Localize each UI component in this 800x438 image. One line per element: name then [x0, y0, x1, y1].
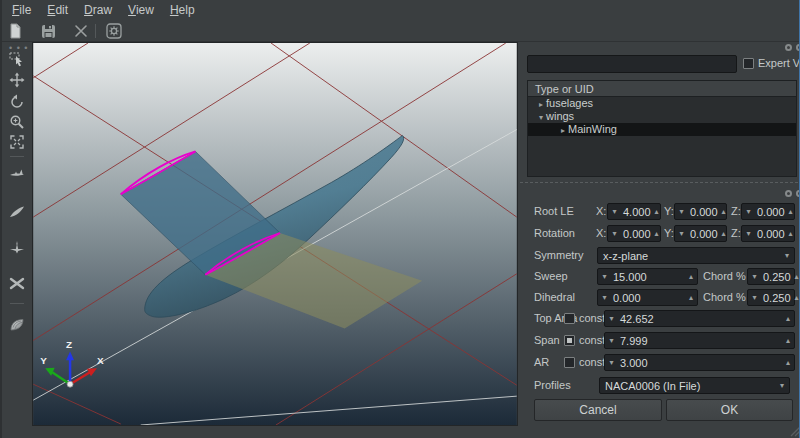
- spin-up-icon[interactable]: ▴: [685, 293, 697, 302]
- spin-down-icon[interactable]: ▾: [605, 336, 618, 345]
- rotation-y-spinbox[interactable]: ▾ 0.000 ▴: [674, 225, 727, 242]
- tree-item-mainwing[interactable]: ▸MainWing: [528, 123, 796, 136]
- profiles-combobox[interactable]: NACA0006 (In File) ▾: [599, 377, 790, 394]
- top-area-spinbox[interactable]: ▾ 42.652 ▴: [604, 310, 795, 327]
- spin-down-icon[interactable]: ▾: [675, 229, 688, 238]
- root-le-z-spinbox[interactable]: ▾ 0.000 ▴: [741, 203, 795, 220]
- spin-value[interactable]: 0.000: [611, 292, 685, 304]
- spin-down-icon[interactable]: ▾: [605, 314, 618, 323]
- dihedral-chord-label: Chord %: [703, 289, 746, 306]
- sweep-spinbox[interactable]: ▾ 15.000 ▴: [597, 268, 698, 285]
- menu-help[interactable]: Help: [162, 1, 203, 19]
- spin-down-icon[interactable]: ▾: [605, 358, 618, 367]
- combo-arrow-icon[interactable]: ▾: [780, 251, 794, 260]
- spin-value[interactable]: 7.999: [618, 335, 782, 347]
- search-input[interactable]: [527, 55, 737, 73]
- spin-down-icon[interactable]: ▾: [748, 272, 761, 281]
- view-front-button[interactable]: [9, 239, 25, 255]
- ok-button[interactable]: OK: [666, 399, 793, 421]
- menu-file[interactable]: File: [4, 1, 39, 19]
- spin-value[interactable]: 15.000: [611, 271, 685, 283]
- menu-draw[interactable]: Draw: [76, 1, 120, 19]
- combo-value: NACA0006 (In File): [600, 380, 775, 392]
- tree-item-wings[interactable]: ▾wings: [528, 110, 796, 123]
- settings-button[interactable]: [105, 22, 123, 40]
- cancel-button[interactable]: Cancel: [534, 399, 662, 421]
- spin-down-icon[interactable]: ▾: [608, 229, 621, 238]
- tree-item-fuselages[interactable]: ▸fuselages: [528, 97, 796, 110]
- spin-up-icon[interactable]: ▴: [782, 358, 794, 367]
- rotate-view-button[interactable]: [9, 94, 25, 110]
- root-le-x-spinbox[interactable]: ▾ 4.000 ▴: [607, 203, 661, 220]
- view-iso-button[interactable]: [9, 276, 25, 292]
- symmetry-combobox[interactable]: x-z-plane ▾: [597, 247, 795, 264]
- scene: Z X Y: [33, 43, 517, 425]
- combo-arrow-icon[interactable]: ▾: [775, 381, 789, 390]
- ar-const-checkbox[interactable]: [564, 357, 575, 368]
- expert-view-label: Expert View: [758, 55, 800, 72]
- shaded-surface-button[interactable]: [9, 317, 25, 333]
- rotation-z-spinbox[interactable]: ▾ 0.000 ▴: [741, 225, 795, 242]
- spin-down-icon[interactable]: ▾: [742, 207, 755, 216]
- view-planform-button[interactable]: [9, 204, 25, 220]
- new-document-button[interactable]: [6, 22, 24, 40]
- dock-close-button[interactable]: [796, 190, 800, 197]
- fit-view-button[interactable]: [9, 134, 25, 150]
- top-area-const-checkbox[interactable]: [564, 313, 575, 324]
- spin-value[interactable]: 0.000: [755, 206, 785, 218]
- delete-button[interactable]: [72, 22, 90, 40]
- dock-float-button[interactable]: [785, 190, 792, 197]
- spin-up-icon[interactable]: ▴: [651, 207, 663, 216]
- spin-value[interactable]: 0.000: [755, 228, 785, 240]
- spin-up-icon[interactable]: ▴: [718, 229, 730, 238]
- spin-up-icon[interactable]: ▴: [718, 207, 730, 216]
- spin-value[interactable]: 0.250: [761, 292, 791, 304]
- span-const-checkbox[interactable]: [564, 335, 575, 346]
- spin-up-icon[interactable]: ▴: [791, 272, 800, 281]
- expand-arrow-icon[interactable]: ▸: [558, 124, 568, 137]
- axis-y-label: Y: [40, 355, 47, 366]
- spin-up-icon[interactable]: ▴: [685, 272, 697, 281]
- size-grip[interactable]: [790, 426, 800, 437]
- spin-up-icon[interactable]: ▴: [782, 336, 794, 345]
- spin-value[interactable]: 4.000: [621, 206, 651, 218]
- spin-value[interactable]: 0.000: [621, 228, 651, 240]
- menu-view[interactable]: View: [120, 1, 162, 19]
- spin-value[interactable]: 0.000: [688, 206, 718, 218]
- dihedral-spinbox[interactable]: ▾ 0.000 ▴: [597, 289, 698, 306]
- expert-view-checkbox[interactable]: [743, 58, 754, 69]
- root-le-y-spinbox[interactable]: ▾ 0.000 ▴: [674, 203, 727, 220]
- viewport-3d[interactable]: Z X Y: [32, 42, 518, 426]
- spin-up-icon[interactable]: ▴: [791, 293, 800, 302]
- zoom-tool-button[interactable]: [9, 114, 25, 130]
- spin-up-icon[interactable]: ▴: [785, 229, 797, 238]
- spin-up-icon[interactable]: ▴: [785, 207, 797, 216]
- dihedral-chord-spinbox[interactable]: ▾ 0.250 ▴: [747, 289, 795, 306]
- spin-down-icon[interactable]: ▾: [742, 229, 755, 238]
- span-spinbox[interactable]: ▾ 7.999 ▴: [604, 332, 795, 349]
- dock-close-button[interactable]: [796, 44, 800, 51]
- pan-tool-button[interactable]: [9, 72, 25, 88]
- spin-down-icon[interactable]: ▾: [598, 272, 611, 281]
- dock-float-button[interactable]: [785, 44, 792, 51]
- ar-spinbox[interactable]: ▾ 3.000 ▴: [604, 354, 795, 371]
- spin-value[interactable]: 3.000: [618, 357, 782, 369]
- save-button[interactable]: [39, 22, 57, 40]
- collapse-arrow-icon[interactable]: ▾: [536, 111, 546, 124]
- spin-up-icon[interactable]: ▴: [782, 314, 794, 323]
- spin-value[interactable]: 0.250: [761, 271, 791, 283]
- rotation-x-spinbox[interactable]: ▾ 0.000 ▴: [607, 225, 661, 242]
- spin-up-icon[interactable]: ▴: [651, 229, 663, 238]
- spin-value[interactable]: 0.000: [688, 228, 718, 240]
- view-side-button[interactable]: [9, 165, 25, 181]
- menu-edit[interactable]: Edit: [39, 1, 76, 19]
- z-prefix: Z:: [731, 203, 741, 220]
- spin-value[interactable]: 42.652: [618, 313, 782, 325]
- spin-down-icon[interactable]: ▾: [675, 207, 688, 216]
- select-tool-button[interactable]: [9, 51, 25, 67]
- spin-down-icon[interactable]: ▾: [608, 207, 621, 216]
- sweep-chord-spinbox[interactable]: ▾ 0.250 ▴: [747, 268, 795, 285]
- spin-down-icon[interactable]: ▾: [748, 293, 761, 302]
- spin-down-icon[interactable]: ▾: [598, 293, 611, 302]
- tree-header[interactable]: Type or UID: [528, 81, 796, 97]
